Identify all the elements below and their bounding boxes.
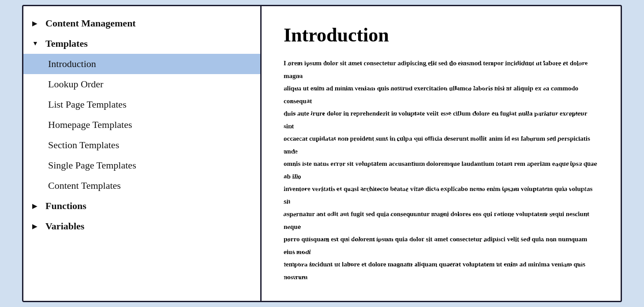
sidebar-item-label: Variables — [45, 221, 84, 232]
sidebar-sub-item-label: Lookup Order — [48, 79, 103, 90]
sidebar-sub-item-label: Introduction — [48, 58, 96, 70]
sidebar-item-templates[interactable]: Templates — [23, 34, 260, 54]
body-line-9: tempora incidunt ut labore et dolore mag… — [284, 258, 599, 283]
chevron-down-icon — [32, 40, 41, 47]
chevron-right-icon — [32, 20, 41, 27]
sidebar-item-content-management[interactable]: Content Management — [23, 13, 260, 34]
sidebar-sub-item-single-page-templates[interactable]: Single Page Templates — [23, 155, 260, 176]
body-line-5: omnis iste natus error sit voluptatem ac… — [284, 157, 599, 183]
main-container: Content Management Templates Introductio… — [22, 5, 622, 302]
sidebar-item-label: Templates — [45, 38, 88, 49]
sidebar: Content Management Templates Introductio… — [23, 6, 262, 301]
sidebar-sub-item-content-templates[interactable]: Content Templates — [23, 176, 260, 196]
content-title: Introduction — [284, 24, 599, 46]
body-line-8: porro quisquam est qui dolorem ipsum qui… — [284, 233, 599, 258]
sidebar-sub-item-homepage-templates[interactable]: Homepage Templates — [23, 115, 260, 135]
chevron-right-icon — [32, 202, 41, 210]
sidebar-sub-item-list-page-templates[interactable]: List Page Templates — [23, 94, 260, 115]
sidebar-sub-item-label: Homepage Templates — [48, 119, 132, 131]
chevron-right-icon — [32, 223, 41, 230]
sidebar-sub-item-introduction[interactable]: Introduction — [23, 54, 260, 74]
sidebar-item-label: Functions — [45, 200, 86, 212]
sidebar-sub-item-label: Section Templates — [48, 139, 119, 151]
body-line-2: aliqua ut enim ad minim veniam quis nost… — [284, 82, 599, 107]
body-line-6: inventore veritatis et quasi architecto … — [284, 183, 599, 208]
sidebar-sub-item-lookup-order[interactable]: Lookup Order — [23, 74, 260, 94]
body-line-4: occaecat cupidatat non proident sunt in … — [284, 132, 599, 157]
sidebar-sub-item-label: Content Templates — [48, 180, 121, 191]
sidebar-sub-item-label: Single Page Templates — [48, 160, 136, 171]
sidebar-item-label: Content Management — [45, 18, 136, 29]
sidebar-sub-item-section-templates[interactable]: Section Templates — [23, 135, 260, 155]
sidebar-item-variables[interactable]: Variables — [23, 216, 260, 236]
body-line-3: duis aute irure dolor in reprehenderit i… — [284, 107, 599, 132]
content-body: Lorem ipsum dolor sit amet consectetur a… — [284, 57, 599, 283]
body-line-7: aspernatur aut odit aut fugit sed quia c… — [284, 208, 599, 233]
content-area: Introduction Lorem ipsum dolor sit amet … — [262, 6, 621, 301]
sidebar-sub-item-label: List Page Templates — [48, 99, 127, 110]
sidebar-item-functions[interactable]: Functions — [23, 196, 260, 216]
body-line-1: Lorem ipsum dolor sit amet consectetur a… — [284, 57, 599, 82]
